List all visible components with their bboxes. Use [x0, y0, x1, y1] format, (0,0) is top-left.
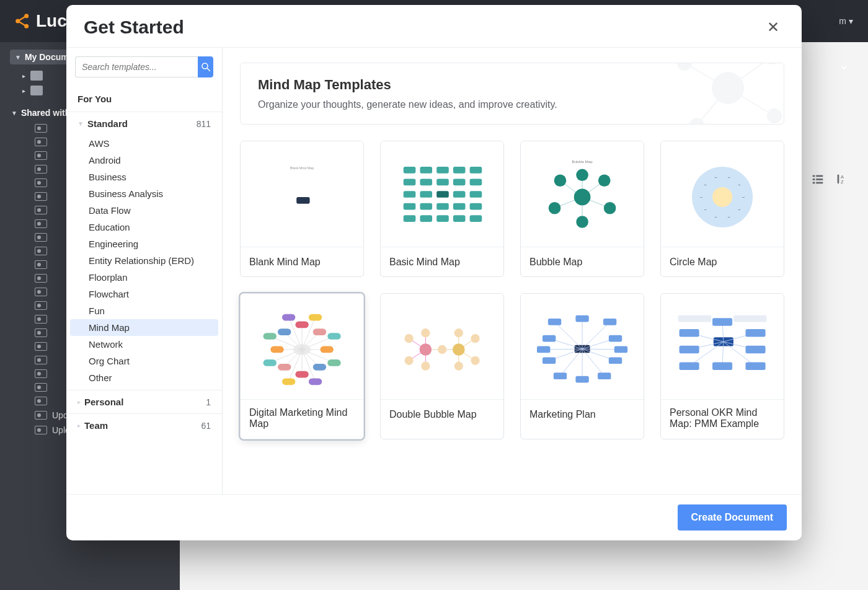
category-item[interactable]: Business Analysis [70, 185, 218, 202]
svg-rect-81 [313, 363, 326, 370]
category-item[interactable]: Fun [70, 302, 218, 319]
svg-rect-141 [548, 319, 561, 325]
svg-rect-150 [598, 372, 611, 379]
template-label: Bubble Map [521, 247, 644, 276]
caret-right-icon: ▸ [78, 398, 81, 405]
svg-rect-147 [609, 357, 622, 364]
dialog-footer: Create Document [66, 495, 802, 540]
caret-right-icon: ▸ [78, 422, 81, 429]
category-item[interactable]: Entity Relationship (ERD) [70, 252, 218, 269]
template-thumbnail [381, 141, 503, 247]
svg-point-19 [764, 63, 779, 64]
svg-line-12 [207, 68, 210, 71]
section-standard[interactable]: ▼Standard 811 [66, 112, 222, 135]
category-item[interactable]: Mind Map [70, 319, 218, 336]
category-item[interactable]: Business [70, 169, 218, 185]
svg-text:Bubble Map: Bubble Map [572, 159, 593, 163]
template-thumbnail: Bubble Map [521, 141, 644, 247]
svg-point-126 [419, 343, 432, 356]
close-icon[interactable]: ✕ [762, 16, 784, 38]
svg-rect-153 [678, 315, 711, 322]
svg-rect-97 [278, 328, 291, 335]
template-card[interactable]: ••••••••••••••••••••••••••••••Circle Map [660, 141, 784, 277]
section-label: Team [84, 420, 108, 431]
svg-point-21 [767, 108, 782, 123]
search-icon [200, 61, 211, 73]
category-item[interactable]: Engineering [70, 236, 218, 252]
svg-point-119 [421, 328, 430, 337]
svg-rect-99 [282, 314, 295, 320]
dialog-sidebar: For You ▼Standard 811 AWSAndroidBusiness… [66, 48, 223, 494]
category-item[interactable]: Other [70, 369, 218, 386]
template-thumbnail: •••••••••••••••••••••••••••••• [661, 141, 784, 247]
svg-rect-101 [295, 321, 308, 328]
svg-point-61 [576, 216, 588, 228]
modal-overlay: Get Started ✕ For You ▼Standard 811 AWSA… [0, 0, 868, 590]
svg-rect-167 [745, 328, 765, 336]
create-document-button[interactable]: Create Document [678, 504, 787, 531]
svg-point-121 [438, 345, 446, 353]
svg-point-124 [454, 328, 463, 337]
template-card[interactable]: Basic Mind Map [380, 141, 504, 277]
svg-rect-25 [420, 166, 432, 173]
svg-line-129 [554, 322, 582, 349]
search-button[interactable] [198, 56, 213, 77]
svg-rect-48 [470, 215, 482, 222]
svg-rect-142 [575, 315, 588, 322]
svg-rect-77 [320, 346, 333, 353]
category-item[interactable]: Education [70, 219, 218, 236]
svg-rect-45 [420, 215, 432, 222]
svg-rect-85 [295, 371, 308, 377]
svg-rect-171 [712, 318, 732, 325]
category-item[interactable]: Network [70, 336, 218, 353]
category-item[interactable]: AWS [70, 135, 218, 152]
search-input[interactable] [75, 56, 198, 77]
template-card[interactable]: Personal OKR Mind Map: PMM Example [660, 293, 784, 439]
template-card[interactable]: Blank Mind MapBlank Mind Map [240, 141, 364, 277]
svg-rect-32 [453, 178, 466, 185]
section-label: Standard [87, 118, 128, 129]
template-card[interactable]: Double Bubble Map [380, 293, 504, 439]
template-label: Circle Map [661, 247, 784, 276]
svg-point-56 [574, 188, 591, 205]
for-you-heading[interactable]: For You [66, 84, 222, 112]
svg-rect-46 [436, 215, 449, 222]
svg-point-125 [454, 361, 463, 370]
svg-rect-39 [404, 203, 416, 209]
category-item[interactable]: Org Chart [70, 353, 218, 369]
category-item[interactable]: Flowchart [70, 286, 218, 302]
template-thumbnail: Blank Mind Map [241, 141, 363, 247]
svg-point-123 [471, 356, 479, 364]
template-label: Blank Mind Map [241, 247, 363, 276]
svg-text:Blank Mind Map: Blank Mind Map [290, 166, 314, 170]
template-label: Basic Mind Map [381, 247, 503, 276]
svg-point-117 [404, 334, 413, 343]
template-card[interactable]: Marketing Plan [520, 293, 644, 439]
template-card[interactable]: Bubble MapBubble Map [520, 141, 644, 277]
svg-rect-103 [309, 314, 322, 320]
svg-rect-105 [313, 328, 326, 335]
section-personal[interactable]: ▸Personal 1 [66, 390, 222, 413]
svg-rect-87 [282, 378, 295, 385]
category-item[interactable]: Android [70, 152, 218, 169]
category-item[interactable]: Data Flow [70, 202, 218, 219]
svg-point-120 [421, 361, 430, 370]
svg-line-131 [582, 322, 610, 349]
svg-rect-79 [327, 359, 340, 366]
svg-rect-44 [404, 215, 416, 222]
svg-rect-47 [453, 215, 466, 222]
svg-rect-151 [537, 346, 550, 353]
svg-rect-42 [453, 203, 466, 209]
svg-rect-31 [436, 178, 449, 185]
svg-point-17 [712, 72, 744, 104]
svg-point-118 [404, 356, 413, 364]
svg-rect-166 [680, 362, 699, 369]
template-card[interactable]: Digital Marketing Mind Map [240, 293, 364, 439]
section-team[interactable]: ▸Team 61 [66, 413, 222, 437]
category-item[interactable]: Floorplan [70, 269, 218, 286]
svg-rect-164 [680, 328, 699, 336]
svg-point-64 [712, 187, 732, 206]
section-count: 1 [206, 397, 211, 407]
svg-point-59 [549, 201, 561, 214]
svg-rect-33 [470, 178, 482, 185]
